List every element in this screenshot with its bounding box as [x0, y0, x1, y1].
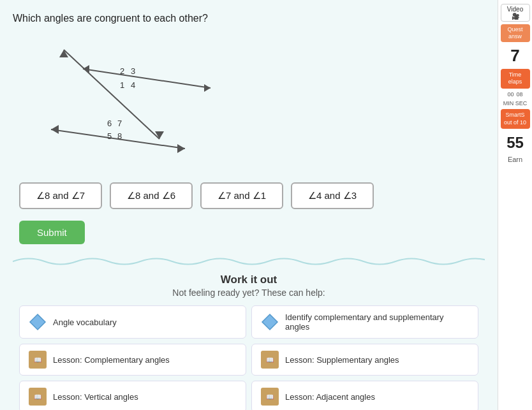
diagram-area: 2 3 1 4 6 7 5 8 [26, 31, 230, 171]
svg-marker-7 [51, 125, 59, 134]
book-icon-1: 📖 [29, 351, 47, 369]
answer-btn-3[interactable]: ∠7 and ∠1 [200, 182, 283, 209]
help-link-3-label: Lesson: Complementary angles [53, 355, 170, 365]
submit-button[interactable]: Submit [19, 221, 85, 244]
answers-row: ∠8 and ∠7 ∠8 and ∠6 ∠7 and ∠1 ∠4 and ∠3 [19, 182, 485, 209]
svg-marker-6 [177, 144, 185, 153]
time-button[interactable]: Timeelaps [501, 69, 530, 89]
svg-text:6: 6 [107, 119, 112, 128]
help-links: Angle vocabulary Identify complementary … [19, 305, 478, 410]
main-content: Which angles are congruent to each other… [0, 0, 498, 410]
angle-diagram: 2 3 1 4 6 7 5 8 [26, 31, 230, 165]
smart-label: SmartSout of 10 [504, 112, 526, 126]
quest-button[interactable]: Questansw [501, 24, 530, 42]
svg-text:2: 2 [120, 66, 124, 76]
work-it-out: Work it out Not feeling ready yet? These… [13, 274, 485, 298]
help-link-1[interactable]: Angle vocabulary [19, 305, 246, 339]
timer-ms: 08 [517, 91, 523, 98]
help-link-6-label: Lesson: Adjacent angles [285, 392, 375, 402]
book-icon-4: 📖 [261, 388, 279, 406]
svg-text:3: 3 [131, 66, 135, 76]
svg-text:1: 1 [120, 80, 124, 90]
help-link-6[interactable]: 📖 Lesson: Adjacent angles [251, 381, 478, 410]
help-link-2[interactable]: Identify complementary and supplementary… [251, 305, 478, 339]
help-link-4[interactable]: 📖 Lesson: Supplementary angles [251, 344, 478, 376]
time-label: Timeelaps [508, 71, 522, 85]
svg-marker-8 [155, 131, 164, 139]
svg-marker-3 [83, 65, 89, 73]
question-number: 7 [510, 47, 519, 64]
smart-button[interactable]: SmartSout of 10 [501, 109, 530, 129]
svg-marker-4 [59, 50, 68, 57]
work-it-out-subtitle: Not feeling ready yet? These can help: [13, 288, 485, 298]
help-link-4-label: Lesson: Supplementary angles [285, 355, 399, 365]
svg-text:7: 7 [117, 119, 122, 128]
svg-marker-2 [204, 84, 211, 92]
timer-display: 00 08 [501, 91, 530, 98]
svg-text:4: 4 [131, 80, 135, 90]
answer-btn-4[interactable]: ∠4 and ∠3 [291, 182, 374, 209]
book-icon-2: 📖 [261, 351, 279, 369]
timer-labels: MIN SEC [501, 100, 530, 106]
diamond-icon-1 [29, 313, 47, 331]
svg-text:5: 5 [107, 131, 112, 141]
svg-marker-17 [30, 314, 45, 330]
wavy-divider [13, 256, 485, 267]
svg-marker-18 [262, 314, 277, 330]
answer-btn-2[interactable]: ∠8 and ∠6 [110, 182, 193, 209]
diamond-icon-2 [261, 313, 279, 331]
help-link-1-label: Angle vocabulary [53, 318, 117, 327]
work-it-out-title: Work it out [13, 274, 485, 286]
help-link-5[interactable]: 📖 Lesson: Vertical angles [19, 381, 246, 410]
question-text: Which angles are congruent to each other… [13, 13, 485, 24]
score-display: 55 [506, 134, 524, 152]
help-link-5-label: Lesson: Vertical angles [53, 392, 138, 402]
help-link-2-label: Identify complementary and supplementary… [285, 312, 469, 332]
timer-seconds: 00 [507, 91, 514, 98]
help-link-3[interactable]: 📖 Lesson: Complementary angles [19, 344, 246, 376]
book-icon-3: 📖 [29, 388, 47, 406]
answer-btn-1[interactable]: ∠8 and ∠7 [19, 182, 102, 209]
svg-text:8: 8 [117, 131, 122, 141]
earn-label: Earn [508, 156, 522, 163]
timer-unit-label: MIN SEC [503, 100, 528, 106]
quest-label: Questansw [507, 26, 522, 40]
video-button[interactable]: Video 🎥 [501, 4, 530, 22]
sidebar: Video 🎥 Questansw 7 Timeelaps 00 08 MIN … [498, 0, 532, 410]
